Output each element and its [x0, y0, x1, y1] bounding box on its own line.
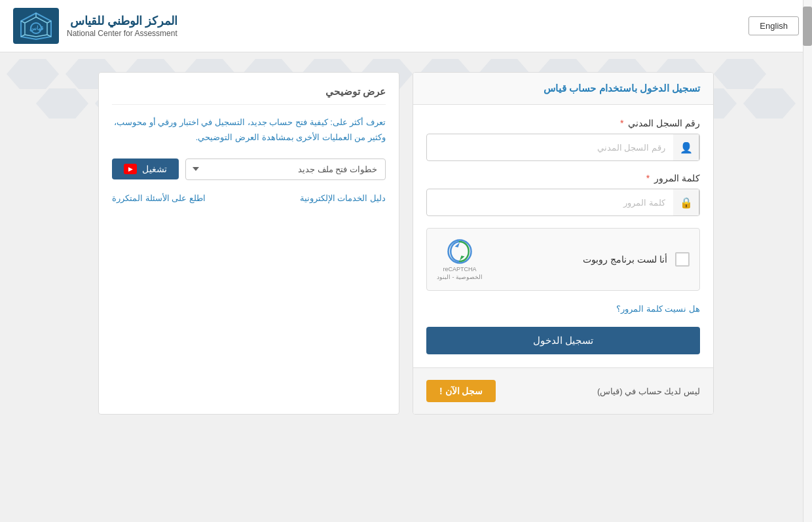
recaptcha-right: reCAPTCHA الخصوصية - البنود: [437, 238, 483, 280]
svg-text:قياس: قياس: [29, 25, 44, 32]
password-field-group: كلمة المرور * 🔒: [426, 173, 700, 216]
recaptcha-logo-icon: [447, 238, 473, 265]
svg-point-10: [449, 240, 471, 263]
play-label: تشغيل: [142, 164, 167, 174]
recaptcha-brand: reCAPTCHA: [443, 266, 477, 272]
demo-controls: تشغيل خطوات فتح ملف جديد كيفية التسجيل ف…: [112, 158, 386, 180]
recaptcha-label: أنا لست برنامج روبوت: [583, 254, 667, 265]
no-account-text: ليس لديك حساب في (قياس): [597, 386, 700, 396]
register-section: ليس لديك حساب في (قياس) سجل الآن !: [413, 367, 713, 414]
logo-area: المركز الوطني للقياس National Center for…: [13, 8, 177, 44]
guide-link[interactable]: دليل الخدمات الإلكترونية: [300, 193, 386, 203]
logo-image: قياس: [13, 8, 59, 44]
id-required: *: [620, 118, 623, 128]
demo-panel-title: عرض توضيحي: [112, 86, 386, 105]
login-title: تسجيل الدخول باستخدام حساب قياس: [544, 83, 700, 94]
password-input[interactable]: [427, 191, 673, 214]
english-button[interactable]: English: [748, 16, 799, 35]
header: English المركز الوطني للقياس National Ce…: [0, 0, 812, 52]
user-icon: 👤: [673, 134, 699, 160]
recaptcha-privacy: الخصوصية - البنود: [437, 274, 483, 280]
login-panel: تسجيل الدخول باستخدام حساب قياس رقم السج…: [413, 72, 714, 415]
logo-title-ar: المركز الوطني للقياس: [67, 14, 177, 29]
recaptcha-checkbox[interactable]: [675, 252, 690, 267]
register-button[interactable]: سجل الآن !: [426, 380, 496, 402]
youtube-icon: [124, 164, 137, 174]
login-header: تسجيل الدخول باستخدام حساب قياس: [413, 73, 713, 105]
recaptcha-left: أنا لست برنامج روبوت: [583, 252, 690, 267]
main-content: تسجيل الدخول باستخدام حساب قياس رقم السج…: [0, 52, 812, 434]
demo-panel: عرض توضيحي تعرف أكثر على: كيفية فتح حساب…: [98, 72, 399, 415]
scrollbar-thumb[interactable]: [803, 7, 812, 46]
id-input[interactable]: [427, 136, 673, 159]
demo-description: تعرف أكثر على: كيفية فتح حساب جديد، التس…: [112, 115, 386, 145]
id-input-wrapper: 👤: [426, 134, 700, 161]
faq-link[interactable]: اطلع على الأسئلة المتكررة: [112, 193, 206, 203]
password-input-wrapper: 🔒: [426, 189, 700, 216]
demo-dropdown[interactable]: خطوات فتح ملف جديد كيفية التسجيل في اختب…: [185, 158, 386, 180]
play-button[interactable]: تشغيل: [112, 158, 179, 179]
password-required: *: [646, 173, 650, 183]
login-button[interactable]: تسجيل الدخول: [426, 327, 700, 354]
demo-links: دليل الخدمات الإلكترونية اطلع على الأسئل…: [112, 193, 386, 203]
password-label: كلمة المرور *: [426, 173, 700, 183]
logo-svg: قياس: [17, 10, 55, 42]
logo-subtitle-en: National Center for Assessment: [67, 29, 177, 38]
forgot-password-link[interactable]: هل نسيت كلمة المرور؟: [426, 304, 700, 314]
recaptcha-wrapper[interactable]: أنا لست برنامج روبوت reCAPTCHA الخصوصية …: [426, 228, 700, 291]
login-body: رقم السجل المدني * 👤 كلمة المرور *: [413, 105, 713, 367]
logo-text: المركز الوطني للقياس National Center for…: [67, 14, 177, 38]
lock-icon: 🔒: [673, 189, 699, 215]
main-bg: تسجيل الدخول باستخدام حساب قياس رقم السج…: [0, 52, 812, 522]
id-field-group: رقم السجل المدني * 👤: [426, 118, 700, 161]
id-label: رقم السجل المدني *: [426, 118, 700, 128]
